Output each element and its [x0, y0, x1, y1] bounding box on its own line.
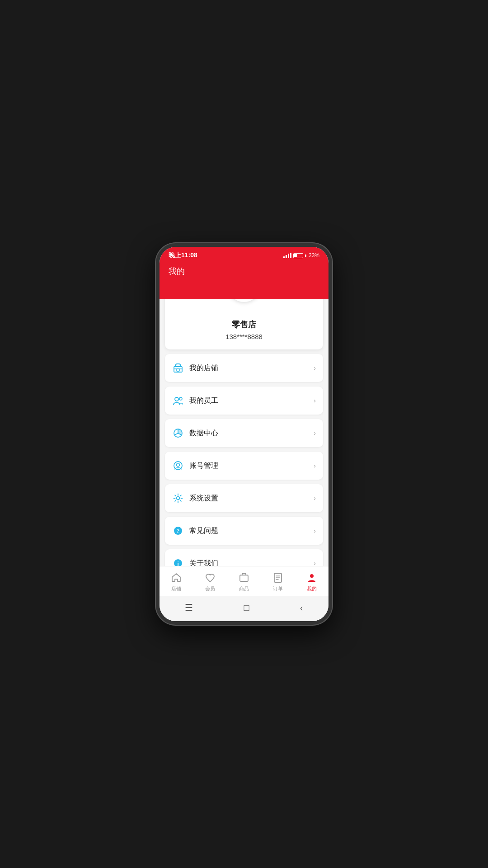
svg-point-5	[175, 397, 178, 401]
main-content: 零售店 138****8888 我的店铺 ›	[160, 299, 328, 566]
nav-bar: ☰ □ ‹	[160, 596, 328, 621]
menu-section-store: 我的店铺 ›	[165, 354, 323, 382]
svg-point-20	[310, 574, 314, 578]
arrow-icon: ›	[314, 495, 316, 502]
menu-item-account-mgmt[interactable]: 账号管理 ›	[165, 452, 323, 480]
menu-item-about-us[interactable]: i 关于我们 ›	[165, 549, 323, 566]
settings-icon	[172, 492, 184, 504]
tab-mine-icon	[306, 572, 318, 584]
tab-store-label: 店铺	[171, 585, 181, 592]
help-icon: ?	[172, 525, 184, 537]
tab-mine[interactable]: 我的	[295, 570, 328, 594]
menu-label-data-center: 数据中心	[189, 429, 314, 438]
menu-section-faq: ? 常见问题 ›	[165, 517, 323, 545]
arrow-icon: ›	[314, 560, 316, 566]
arrow-icon: ›	[314, 397, 316, 404]
nav-home-button[interactable]: □	[235, 601, 258, 615]
svg-point-9	[177, 463, 180, 467]
svg-text:?: ?	[177, 528, 180, 534]
menu-item-data-center[interactable]: 数据中心 ›	[165, 419, 323, 447]
menu-section-account: 账号管理 ›	[165, 452, 323, 480]
arrow-icon: ›	[314, 429, 316, 437]
svg-point-6	[179, 397, 182, 400]
avatar-container	[228, 299, 260, 302]
menu-label-my-store: 我的店铺	[189, 363, 314, 373]
status-icons: 33%	[283, 252, 319, 259]
arrow-icon: ›	[314, 364, 316, 372]
menu-label-faq: 常见问题	[189, 526, 314, 536]
tab-store-icon	[170, 572, 182, 584]
tab-goods[interactable]: 商品	[227, 570, 261, 594]
page-title: 我的	[169, 267, 185, 276]
arrow-icon: ›	[314, 527, 316, 534]
menu-label-about-us: 关于我们	[189, 559, 314, 566]
arrow-icon: ›	[314, 462, 316, 469]
status-bar: 晚上11:08 33%	[160, 247, 328, 262]
signal-icon	[283, 253, 291, 258]
tab-goods-label: 商品	[239, 585, 249, 592]
profile-phone: 138****8888	[225, 333, 263, 340]
store-icon	[172, 362, 184, 374]
tab-store[interactable]: 店铺	[160, 570, 193, 594]
menu-label-settings: 系统设置	[189, 494, 314, 503]
menu-item-faq[interactable]: ? 常见问题 ›	[165, 517, 323, 545]
tab-goods-icon	[238, 572, 250, 584]
menu-label-my-staff: 我的员工	[189, 396, 314, 406]
battery-icon: 33%	[293, 252, 319, 259]
tab-bar: 店铺 会员 商品	[160, 566, 328, 596]
tab-order-label: 订单	[273, 585, 283, 592]
menu-item-my-store[interactable]: 我的店铺 ›	[165, 354, 323, 382]
status-time: 晚上11:08	[169, 251, 197, 259]
tab-member-label: 会员	[205, 585, 215, 592]
svg-rect-15	[240, 575, 248, 581]
avatar[interactable]	[228, 299, 260, 302]
menu-item-my-staff[interactable]: 我的员工 ›	[165, 387, 323, 415]
svg-text:i: i	[177, 560, 179, 566]
menu-section-about: i 关于我们 ›	[165, 549, 323, 566]
staff-icon	[172, 395, 184, 406]
menu-label-account-mgmt: 账号管理	[189, 461, 314, 471]
data-icon	[172, 427, 184, 439]
nav-back-button[interactable]: ‹	[291, 601, 312, 615]
phone-frame: 晚上11:08 33% 我的	[156, 243, 332, 625]
profile-card: 零售店 138****8888	[165, 299, 323, 349]
menu-section-staff: 我的员工 ›	[165, 387, 323, 415]
svg-point-10	[177, 497, 180, 500]
account-icon	[172, 460, 184, 472]
app-header: 我的	[160, 262, 328, 299]
nav-menu-button[interactable]: ☰	[176, 600, 202, 615]
profile-name: 零售店	[232, 319, 256, 330]
tab-order-icon	[272, 572, 284, 584]
tab-member[interactable]: 会员	[193, 570, 227, 594]
tab-order[interactable]: 订单	[261, 570, 295, 594]
tab-mine-label: 我的	[307, 585, 317, 592]
menu-section-data: 数据中心 ›	[165, 419, 323, 447]
menu-item-settings[interactable]: 系统设置 ›	[165, 484, 323, 512]
menu-section-settings: 系统设置 ›	[165, 484, 323, 512]
tab-member-icon	[204, 572, 216, 584]
info-icon: i	[172, 557, 184, 566]
